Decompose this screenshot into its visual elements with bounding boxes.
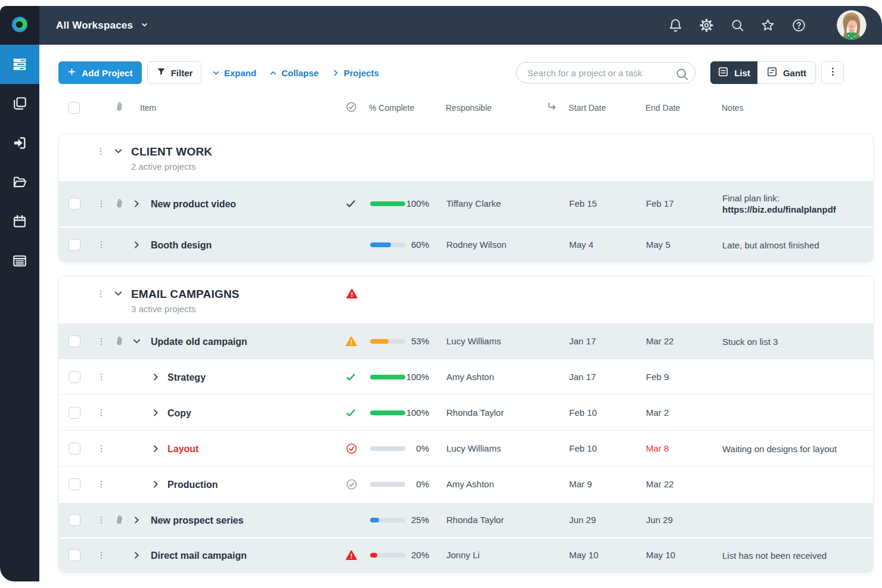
row-checkbox[interactable] — [69, 198, 80, 210]
notes-text: Waiting on designs for layout — [722, 443, 837, 453]
sidebar-item-project-list[interactable] — [0, 45, 39, 84]
row-checkbox[interactable] — [69, 239, 80, 251]
sidebar-item-calendar[interactable] — [0, 202, 39, 241]
row-checkbox[interactable] — [69, 335, 80, 347]
chevron-right-icon[interactable] — [132, 516, 141, 525]
kebab-icon[interactable] — [96, 289, 105, 298]
notes-text: Final plan link: — [722, 193, 779, 203]
chevron-right-icon[interactable] — [151, 408, 160, 417]
plus-icon — [67, 67, 76, 78]
chevron-right-icon[interactable] — [151, 444, 160, 453]
chevron-right-icon[interactable] — [132, 551, 141, 560]
kebab-icon[interactable] — [97, 372, 106, 382]
percent-label: 20% — [387, 550, 429, 561]
app-logo-box — [0, 6, 39, 45]
notes-cell: Stuck on list 3 — [722, 335, 778, 347]
user-avatar[interactable] — [837, 10, 867, 40]
task-name[interactable]: Booth design — [151, 239, 212, 250]
sidebar-item-board-list[interactable] — [0, 241, 39, 281]
search-input[interactable] — [516, 62, 695, 83]
kebab-icon[interactable] — [97, 480, 106, 489]
chevron-down-icon[interactable] — [114, 147, 123, 156]
row-checkbox[interactable] — [69, 549, 80, 561]
chevron-right-icon[interactable] — [151, 480, 160, 489]
chevron-right-icon[interactable] — [151, 372, 160, 381]
kebab-icon[interactable] — [97, 337, 106, 346]
task-name[interactable]: Copy — [167, 407, 191, 418]
chevron-right-icon[interactable] — [132, 240, 141, 249]
kebab-icon[interactable] — [96, 147, 105, 156]
task-row: Booth design60%Rodney WilsonMay 4May 5La… — [59, 226, 873, 262]
start-date-cell: Jan 17 — [569, 372, 596, 382]
task-name[interactable]: Strategy — [167, 371, 206, 382]
chevron-down-icon[interactable] — [132, 337, 141, 346]
search-icon[interactable] — [675, 67, 687, 79]
toolbar-link-label: Collapse — [281, 68, 319, 78]
group-subtitle: 3 active projects — [131, 304, 195, 314]
expand-link[interactable]: Expand — [212, 68, 256, 78]
kebab-icon[interactable] — [97, 408, 106, 418]
task-name[interactable]: Layout — [167, 443, 198, 454]
gantt-view-label: Gantt — [783, 68, 806, 78]
responsible-cell: Amy Ashton — [446, 479, 494, 490]
percent-label: 100% — [387, 372, 429, 382]
collapse-link[interactable]: Collapse — [269, 68, 319, 78]
gear-icon[interactable] — [698, 17, 714, 33]
search-icon[interactable] — [729, 17, 745, 33]
paperclip-icon — [114, 515, 125, 526]
folder-open-icon — [12, 175, 27, 190]
sidebar-item-folder-open[interactable] — [0, 163, 39, 202]
task-name[interactable]: Update old campaign — [151, 335, 247, 347]
add-project-button[interactable]: Add Project — [58, 61, 142, 84]
filter-button[interactable]: Filter — [147, 61, 201, 84]
task-name[interactable]: Direct mail campaign — [151, 550, 247, 561]
workspace-label: All Workspaces — [56, 20, 133, 32]
task-name[interactable]: Production — [167, 478, 218, 490]
responsible-cell: Jonny Li — [446, 550, 480, 561]
responsible-cell: Rodney Wilson — [446, 239, 507, 250]
select-all-checkbox[interactable] — [68, 102, 80, 114]
view-toggle: List Gantt — [710, 61, 816, 84]
row-checkbox[interactable] — [69, 407, 80, 419]
end-date-cell: Mar 2 — [646, 407, 669, 418]
group-card: EMAIL CAMPAIGNS3 active projectsUpdate o… — [58, 276, 874, 573]
row-checkbox[interactable] — [69, 478, 80, 490]
row-checkbox[interactable] — [69, 371, 80, 383]
column-header-end-date: End Date — [645, 103, 680, 113]
kebab-icon[interactable] — [97, 199, 106, 209]
check-dark-icon — [346, 199, 356, 209]
notes-cell: Final plan link:https://biz.edu/finalpla… — [722, 192, 836, 215]
kebab-icon[interactable] — [97, 444, 106, 453]
notes-text: Stuck on list 3 — [722, 336, 778, 346]
bell-icon[interactable] — [667, 17, 683, 33]
projects-link[interactable]: Projects — [332, 68, 379, 78]
task-name[interactable]: New product video — [151, 198, 236, 210]
app-logo-icon[interactable] — [11, 16, 28, 35]
start-date-cell: Mar 9 — [569, 479, 592, 490]
sidebar-item-copy[interactable] — [0, 84, 39, 123]
kebab-icon[interactable] — [97, 550, 106, 560]
progress-fill — [370, 553, 377, 558]
list-view-button[interactable]: List — [710, 61, 757, 84]
star-icon[interactable] — [760, 17, 775, 33]
gantt-view-button[interactable]: Gantt — [757, 61, 816, 84]
alert-icon — [346, 288, 358, 300]
chevron-down-icon — [141, 20, 148, 32]
row-checkbox[interactable] — [69, 443, 80, 455]
help-icon[interactable] — [791, 17, 806, 33]
responsible-cell: Lucy Williams — [446, 336, 501, 347]
workspace-switcher[interactable]: All Workspaces — [56, 6, 148, 45]
kebab-icon[interactable] — [97, 515, 106, 525]
task-row: New product video100%Tiffany ClarkeFeb 1… — [59, 180, 873, 226]
chevron-down-icon[interactable] — [114, 290, 123, 298]
kebab-icon[interactable] — [97, 240, 106, 250]
notes-link[interactable]: https://biz.edu/finalplanpdf — [722, 204, 836, 214]
sidebar-item-sign-in[interactable] — [0, 123, 39, 163]
more-options-button[interactable] — [821, 61, 844, 84]
sidebar-nav — [0, 45, 39, 581]
row-checkbox[interactable] — [69, 514, 80, 526]
column-header-start-date: Start Date — [569, 103, 606, 113]
start-date-cell: May 10 — [569, 550, 598, 561]
chevron-right-icon[interactable] — [132, 200, 141, 209]
task-name[interactable]: New prospect series — [151, 515, 244, 526]
